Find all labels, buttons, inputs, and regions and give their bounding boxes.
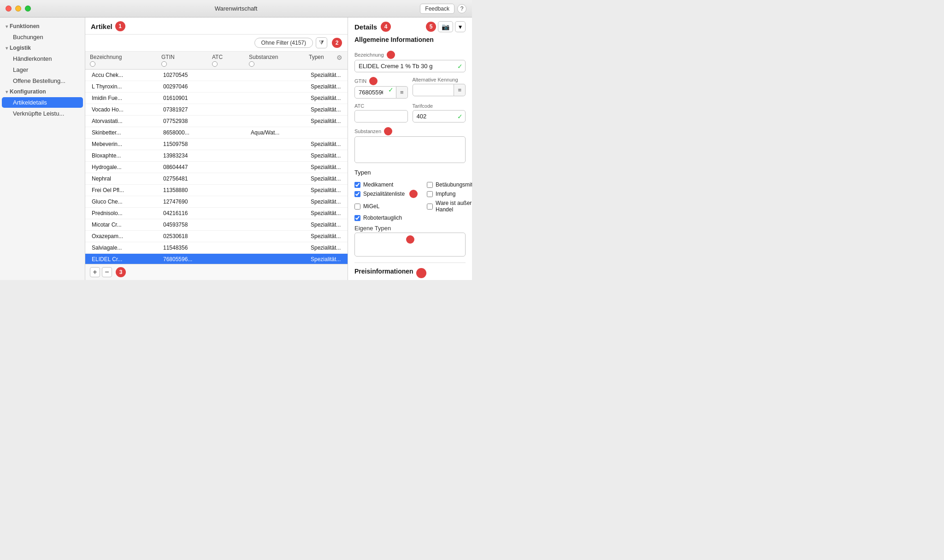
radio-gtin[interactable] xyxy=(161,61,167,67)
article-panel-title: Artikel 1 xyxy=(91,21,125,31)
bezeichnung-input[interactable] xyxy=(354,60,466,72)
typen-item-robotertauglich[interactable]: Robotertauglich xyxy=(354,215,418,221)
details-panel: Details 4 5 📷 ▾ Allgemeine Informationen… xyxy=(348,18,472,280)
bezeichnung-label: Bezeichnung xyxy=(354,52,384,58)
sidebar-section-konfiguration[interactable]: ▾ Konfiguration xyxy=(0,87,85,97)
table-row[interactable]: Skinbetter...8658000...Aqua/Wat... xyxy=(85,127,348,139)
table-cell-substanzen xyxy=(249,150,309,161)
table-cell-bezeichnung: Hydrogale... xyxy=(90,162,161,173)
table-row[interactable]: Prednisolo...04216116Spezialität... xyxy=(85,208,348,219)
checkbox-ausserhandel[interactable] xyxy=(427,204,433,210)
table-cell-bezeichnung: Micotar Cr... xyxy=(90,219,161,230)
table-row[interactable]: Salviagale...11548356Spezialität... xyxy=(85,242,348,254)
filter-button[interactable]: Ohne Filter (4157) xyxy=(254,38,313,48)
table-row[interactable]: Oxazepam...02530618Spezialität... xyxy=(85,231,348,242)
table-row[interactable]: Bloxaphte...13983234Spezialität... xyxy=(85,150,348,162)
table-cell-typen: Spezialität... xyxy=(309,116,343,127)
col-settings[interactable]: ⚙ xyxy=(335,52,345,69)
substanzen-group: Substanzen xyxy=(354,127,466,164)
gtin-row: GTIN ✓ ≡ Alternative Kennung xyxy=(354,77,466,99)
checkbox-robotertauglich[interactable] xyxy=(354,215,360,221)
close-button[interactable] xyxy=(6,6,12,12)
titlebar-right: Feedback ? xyxy=(420,4,466,14)
typen-item-betaeubungsmittel[interactable]: Betäubungsmittel xyxy=(427,181,472,188)
col-gtin: GTIN xyxy=(159,52,210,69)
badge-7 xyxy=(369,77,378,85)
sidebar-item-verknuepfte[interactable]: Verknüpfte Leistu... xyxy=(2,108,83,119)
sidebar-section-logistik[interactable]: ▾ Logistik xyxy=(0,43,85,53)
typen-item-impfung[interactable]: Impfung xyxy=(427,190,472,198)
radio-substanzen[interactable] xyxy=(249,61,254,67)
sidebar: ▾ Funktionen Buchungen ▾ Logistik Händle… xyxy=(0,18,85,280)
typen-item-ausserhandel[interactable]: Ware ist außer Handel xyxy=(427,200,472,213)
remove-row-button[interactable]: − xyxy=(102,267,112,277)
badge-6 xyxy=(387,51,395,59)
checkbox-migel[interactable] xyxy=(354,204,360,210)
col-bezeichnung: Bezeichnung xyxy=(88,52,159,69)
article-panel-header: Artikel 1 xyxy=(85,18,348,35)
radio-atc[interactable] xyxy=(212,61,218,67)
table-cell-typen: Spezialität... xyxy=(309,254,343,264)
atc-input[interactable] xyxy=(354,110,408,122)
table-footer: + − 3 xyxy=(85,264,348,280)
table-cell-bezeichnung: Accu Chek... xyxy=(90,70,161,81)
table-row[interactable]: Gluco Che...12747690Spezialität... xyxy=(85,196,348,208)
gtin-menu-button[interactable]: ≡ xyxy=(396,86,408,99)
table-cell-gtin: 10270545 xyxy=(161,70,212,81)
table-cell-gtin: 8658000... xyxy=(161,127,212,138)
table-row[interactable]: ELIDEL Cr...76805596...Spezialität... xyxy=(85,254,348,264)
sidebar-item-offene-bestellung[interactable]: Offene Bestellung... xyxy=(2,76,83,86)
filter-icon-button[interactable]: ⧩ xyxy=(316,37,327,48)
badge-5: 5 xyxy=(426,22,436,32)
radio-bezeichnung[interactable] xyxy=(90,61,95,67)
table-row[interactable]: Imidin Fue...01610901Spezialität... xyxy=(85,93,348,104)
table-cell-bezeichnung: Oxazepam... xyxy=(90,231,161,242)
table-cell-atc xyxy=(212,231,249,242)
table-row[interactable]: Frei Oel Pfl...11358880Spezialität... xyxy=(85,185,348,196)
checkbox-spezialitaetenliste[interactable] xyxy=(354,191,360,197)
maximize-button[interactable] xyxy=(25,6,31,12)
substanzen-label: Substanzen xyxy=(354,128,381,134)
alt-kennung-menu-button[interactable]: ≡ xyxy=(454,84,466,96)
typen-item-migel[interactable]: MiGeL xyxy=(354,200,418,213)
sidebar-item-haendlerkonten[interactable]: Händlerkonten xyxy=(2,53,83,64)
table-cell-gtin: 02756481 xyxy=(161,173,212,184)
checkbox-impfung[interactable] xyxy=(427,191,433,197)
minimize-button[interactable] xyxy=(15,6,21,12)
table-cell-gtin: 04593758 xyxy=(161,219,212,230)
chevron-down-button[interactable]: ▾ xyxy=(455,21,466,32)
checkbox-betaeubungsmittel[interactable] xyxy=(427,182,433,188)
table-cell-substanzen xyxy=(249,139,309,150)
sidebar-item-lager[interactable]: Lager xyxy=(2,64,83,75)
typen-item-spezialitaetenliste[interactable]: Spezialitätenliste xyxy=(354,190,418,198)
table-cell-substanzen xyxy=(249,93,309,104)
table-row[interactable]: Accu Chek...10270545Spezialität... xyxy=(85,70,348,81)
camera-button[interactable]: 📷 xyxy=(438,21,453,32)
sidebar-section-funktionen[interactable]: ▾ Funktionen xyxy=(0,21,85,31)
table-row[interactable]: Nephral02756481Spezialität... xyxy=(85,173,348,185)
sidebar-item-buchungen[interactable]: Buchungen xyxy=(2,32,83,42)
gtin-label: GTIN xyxy=(354,78,366,84)
feedback-button[interactable]: Feedback xyxy=(420,4,454,14)
sidebar-item-artikeldetails[interactable]: Artikeldetails xyxy=(2,97,83,108)
typen-item-medikament[interactable]: Medikament xyxy=(354,181,418,188)
table-row[interactable]: Hydrogale...08604447Spezialität... xyxy=(85,162,348,173)
atc-wrap xyxy=(354,110,408,122)
table-cell-typen: Spezialität... xyxy=(309,196,343,207)
main-content: Artikel 1 Ohne Filter (4157) ⧩ 2 Bezeich… xyxy=(85,18,472,280)
table-row[interactable]: Vocado Ho...07381927Spezialität... xyxy=(85,104,348,116)
alt-kennung-col: Alternative Kennung ≡ xyxy=(413,77,466,99)
table-row[interactable]: Micotar Cr...04593758Spezialität... xyxy=(85,219,348,231)
help-button[interactable]: ? xyxy=(457,4,466,13)
table-row[interactable]: Mebeverin...11509758Spezialität... xyxy=(85,139,348,150)
table-row[interactable]: Atorvastati...07752938Spezialität... xyxy=(85,116,348,127)
table-cell-substanzen xyxy=(249,173,309,184)
checkbox-medikament[interactable] xyxy=(354,182,360,188)
table-row[interactable]: L Thyroxin...00297046Spezialität... xyxy=(85,81,348,93)
alt-kennung-wrap: ≡ xyxy=(413,84,466,96)
table-cell-bezeichnung: Imidin Fue... xyxy=(90,93,161,104)
substanzen-textarea[interactable] xyxy=(354,136,466,163)
add-row-button[interactable]: + xyxy=(90,267,100,277)
alt-kennung-input[interactable] xyxy=(413,84,454,96)
chevron-icon: ▾ xyxy=(6,46,8,51)
